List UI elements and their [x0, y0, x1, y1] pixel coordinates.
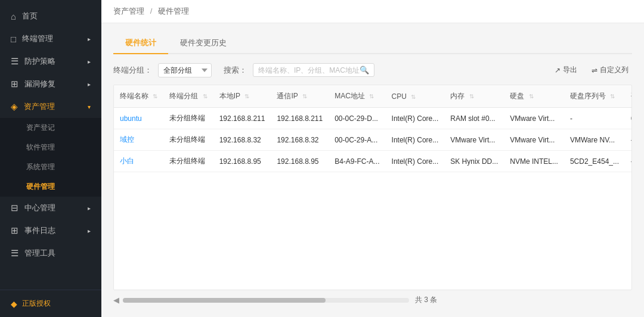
cell-cpu: Intel(R) Core...	[386, 151, 445, 172]
sidebar-sub-item-system[interactable]: 系统管理	[0, 157, 101, 177]
breadcrumb-item-1: 资产管理	[113, 7, 144, 15]
center-icon: ⊟	[11, 203, 18, 213]
sidebar-item-event-log[interactable]: ⊞ 事件日志 ▸	[0, 219, 101, 242]
tab-label: 硬件变更历史	[180, 38, 227, 47]
sort-icon[interactable]: ⇅	[610, 93, 615, 100]
chevron-icon: ▸	[88, 58, 91, 65]
cell-group: 未分组终端	[163, 108, 213, 129]
asset-icon: ◈	[11, 101, 18, 112]
col-local-ip: 本地IP ⇅	[213, 85, 271, 108]
group-label: 终端分组：	[113, 65, 152, 76]
sort-icon[interactable]: ⇅	[529, 93, 534, 100]
cell-ram: RAM slot #0...	[444, 108, 504, 129]
sidebar-item-center[interactable]: ⊟ 中心管理 ▸	[0, 197, 101, 219]
sidebar-item-vuln[interactable]: ⊞ 漏洞修复 ▸	[0, 73, 101, 95]
col-disk-sn: 硬盘序列号 ⇅	[564, 85, 625, 108]
cell-disk_sn: VMWare NV...	[564, 129, 625, 151]
table-footer: ◀ 共 3 条	[113, 290, 632, 307]
sidebar-item-label: 资产管理	[24, 101, 55, 112]
table-row[interactable]: 域控未分组终端192.168.8.32192.168.8.3200-0C-29-…	[114, 129, 632, 151]
cell-mac: 00-0C-29-A...	[329, 129, 385, 151]
sidebar-sub-label: 资产登记	[26, 123, 55, 133]
export-button[interactable]: ↗ 导出	[551, 63, 581, 77]
toolbar: 终端分组： 全部分组分组1分组2 搜索： 🔍 ↗ 导出 ⇌ 自定义列	[113, 63, 632, 77]
custom-col-icon: ⇌	[592, 66, 597, 74]
chevron-icon: ▸	[88, 36, 91, 42]
main-content: 资产管理 / 硬件管理 硬件统计 硬件变更历史 终端分组： 全部分组分组1分组2…	[101, 0, 644, 317]
custom-col-label: 自定义列	[600, 65, 628, 75]
cell-ram: SK Hynix DD...	[444, 151, 504, 172]
sidebar-item-tools[interactable]: ☰ 管理工具	[0, 242, 101, 265]
cell-name[interactable]: 域控	[114, 129, 163, 151]
search-box[interactable]: 🔍	[253, 63, 374, 77]
toolbar-actions: ↗ 导出 ⇌ 自定义列	[551, 63, 632, 77]
col-disk: 硬盘 ⇅	[504, 85, 564, 108]
sidebar-sub-label: 系统管理	[26, 162, 55, 172]
sidebar-sub-asset: 资产登记 软件管理 系统管理 硬件管理	[0, 118, 101, 197]
tab-hardware-stats[interactable]: 硬件统计	[113, 33, 168, 54]
cell-local_ip: 192.168.8.95	[213, 151, 271, 172]
cell-name[interactable]: ubuntu	[114, 108, 163, 129]
col-disk-id: 硬盘ID ⇅	[625, 85, 632, 108]
sidebar-item-home[interactable]: ⌂ 首页	[0, 5, 101, 27]
cell-group: 未分组终端	[163, 151, 213, 172]
cell-mac: B4-A9-FC-A...	[329, 151, 385, 172]
cell-disk: VMware Virt...	[504, 129, 564, 151]
cell-local_ip: 192.168.8.211	[213, 108, 271, 129]
chevron-icon: ▸	[88, 205, 91, 212]
col-group: 终端分组 ⇅	[163, 85, 213, 108]
cell-disk_sn: -	[564, 108, 625, 129]
sidebar-sub-item-register[interactable]: 资产登记	[0, 118, 101, 138]
scroll-thumb	[123, 298, 326, 303]
chevron-icon: ▸	[88, 228, 91, 234]
shield-icon: ☰	[11, 56, 18, 67]
sort-icon[interactable]: ⇅	[469, 93, 474, 100]
sidebar-item-asset-mgmt[interactable]: ◈ 资产管理 ▾	[0, 95, 101, 118]
vuln-icon: ⊞	[11, 79, 18, 89]
scroll-left-icon[interactable]: ◀	[113, 296, 119, 304]
scroll-bar[interactable]	[123, 298, 409, 303]
sort-icon[interactable]: ⇅	[411, 94, 416, 100]
sidebar-item-protection[interactable]: ☰ 防护策略 ▸	[0, 50, 101, 73]
sidebar-sub-item-software[interactable]: 软件管理	[0, 138, 101, 157]
group-select[interactable]: 全部分组分组1分组2	[158, 63, 212, 77]
custom-col-button[interactable]: ⇌ 自定义列	[588, 63, 632, 77]
search-input[interactable]	[258, 66, 360, 74]
sort-icon[interactable]: ⇅	[153, 93, 157, 100]
table-row[interactable]: ubuntu未分组终端192.168.8.211192.168.8.21100-…	[114, 108, 632, 129]
sidebar-item-label: 终端管理	[22, 33, 53, 44]
cell-disk_id: {49AFB9B5-...	[625, 129, 632, 151]
cell-mac: 00-0C-29-D...	[329, 108, 385, 129]
sidebar-sub-item-hardware[interactable]: 硬件管理	[0, 177, 101, 197]
sort-icon[interactable]: ⇅	[369, 93, 374, 100]
sidebar-item-label: 中心管理	[24, 203, 55, 213]
sidebar: ⌂ 首页 □ 终端管理 ▸ ☰ 防护策略 ▸ ⊞ 漏洞修复 ▸ ◈ 资产管理 ▾…	[0, 0, 101, 317]
cell-comm_ip: 192.168.8.32	[271, 129, 329, 151]
sidebar-footer: ◆ 正版授权	[0, 290, 101, 317]
table-row[interactable]: 小白未分组终端192.168.8.95192.168.8.95B4-A9-FC-…	[114, 151, 632, 172]
chevron-down-icon: ▾	[88, 104, 91, 110]
sidebar-item-label: 管理工具	[24, 248, 55, 259]
chevron-icon: ▸	[88, 81, 91, 88]
col-cpu: CPU ⇅	[386, 85, 445, 108]
sort-icon[interactable]: ⇅	[244, 93, 249, 100]
tab-label: 硬件统计	[125, 38, 156, 47]
sidebar-nav: ⌂ 首页 □ 终端管理 ▸ ☰ 防护策略 ▸ ⊞ 漏洞修复 ▸ ◈ 资产管理 ▾…	[0, 0, 101, 290]
home-icon: ⌂	[11, 11, 16, 21]
breadcrumb-separator: /	[150, 7, 153, 15]
cell-group: 未分组终端	[163, 129, 213, 151]
sidebar-item-label: 事件日志	[24, 225, 55, 236]
sidebar-item-terminal-mgmt[interactable]: □ 终端管理 ▸	[0, 27, 101, 50]
cell-disk_id: 0x4dc3e194	[625, 108, 632, 129]
total-count: 共 3 条	[415, 295, 437, 305]
sort-icon[interactable]: ⇅	[302, 93, 307, 100]
sidebar-sub-label: 硬件管理	[26, 182, 55, 192]
tab-hardware-change[interactable]: 硬件变更历史	[168, 33, 239, 54]
cell-comm_ip: 192.168.8.95	[271, 151, 329, 172]
content-area: 硬件统计 硬件变更历史 终端分组： 全部分组分组1分组2 搜索： 🔍 ↗ 导出 …	[101, 23, 644, 317]
sort-icon[interactable]: ⇅	[203, 93, 208, 100]
data-table-wrap: 终端名称 ⇅ 终端分组 ⇅ 本地IP ⇅ 通信IP	[113, 85, 632, 290]
sidebar-sub-label: 软件管理	[26, 142, 55, 153]
cell-name[interactable]: 小白	[114, 151, 163, 172]
cell-disk: NVMe INTEL...	[504, 151, 564, 172]
